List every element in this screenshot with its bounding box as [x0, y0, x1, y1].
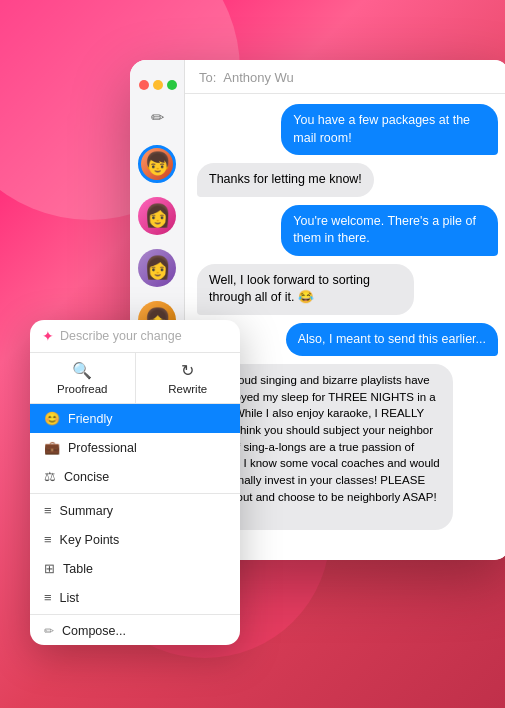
proofread-button[interactable]: 🔍 Proofread — [30, 353, 136, 403]
ai-search-bar: ✦ Describe your change — [30, 320, 240, 353]
traffic-lights — [137, 80, 177, 90]
ai-actions: 🔍 Proofread ↻ Rewrite — [30, 353, 240, 404]
bubble-5: Also, I meant to send this earlier... — [286, 323, 498, 357]
compose-item[interactable]: ✏ Compose... — [30, 617, 240, 645]
minimize-button[interactable] — [153, 80, 163, 90]
menu-item-concise[interactable]: ⚖ Concise — [30, 462, 240, 491]
avatar-2[interactable]: 👩 — [138, 197, 176, 235]
list-label: List — [60, 591, 79, 605]
avatar-1[interactable]: 👦 — [138, 145, 176, 183]
table-icon: ⊞ — [44, 561, 55, 576]
rewrite-label: Rewrite — [168, 383, 207, 395]
menu-item-friendly[interactable]: 😊 Friendly — [30, 404, 240, 433]
close-button[interactable] — [139, 80, 149, 90]
compose-icon[interactable]: ✏ — [151, 108, 164, 127]
rewrite-button[interactable]: ↻ Rewrite — [136, 353, 241, 403]
bubble-4: Well, I look forward to sorting through … — [197, 264, 414, 315]
professional-label: Professional — [68, 441, 137, 455]
ai-search-placeholder[interactable]: Describe your change — [60, 329, 228, 343]
bubble-3: You're welcome. There's a pile of them i… — [281, 205, 498, 256]
menu-item-list[interactable]: ≡ List — [30, 583, 240, 612]
sparkle-icon: ✦ — [42, 328, 54, 344]
summary-icon: ≡ — [44, 503, 52, 518]
proofread-icon: 🔍 — [72, 361, 92, 380]
summary-label: Summary — [60, 504, 113, 518]
chat-header: To: Anthony Wu — [185, 60, 505, 94]
compose-icon-item: ✏ — [44, 624, 54, 638]
menu-item-professional[interactable]: 💼 Professional — [30, 433, 240, 462]
bubble-2: Thanks for letting me know! — [197, 163, 374, 197]
professional-icon: 💼 — [44, 440, 60, 455]
friendly-label: Friendly — [68, 412, 112, 426]
proofread-label: Proofread — [57, 383, 108, 395]
keypoints-label: Key Points — [60, 533, 120, 547]
recipient-name: Anthony Wu — [223, 70, 294, 85]
menu-divider — [30, 493, 240, 494]
ai-popup: ✦ Describe your change 🔍 Proofread ↻ Rew… — [30, 320, 240, 645]
concise-icon: ⚖ — [44, 469, 56, 484]
maximize-button[interactable] — [167, 80, 177, 90]
compose-divider — [30, 614, 240, 615]
avatar-3[interactable]: 👩 — [138, 249, 176, 287]
rewrite-icon: ↻ — [181, 361, 194, 380]
compose-label: Compose... — [62, 624, 126, 638]
recipient-label: To: — [199, 70, 216, 85]
menu-item-table[interactable]: ⊞ Table — [30, 554, 240, 583]
bubble-1: You have a few packages at the mail room… — [281, 104, 498, 155]
menu-item-summary[interactable]: ≡ Summary — [30, 496, 240, 525]
menu-item-keypoints[interactable]: ≡ Key Points — [30, 525, 240, 554]
table-label: Table — [63, 562, 93, 576]
friendly-icon: 😊 — [44, 411, 60, 426]
concise-label: Concise — [64, 470, 109, 484]
keypoints-icon: ≡ — [44, 532, 52, 547]
list-icon: ≡ — [44, 590, 52, 605]
